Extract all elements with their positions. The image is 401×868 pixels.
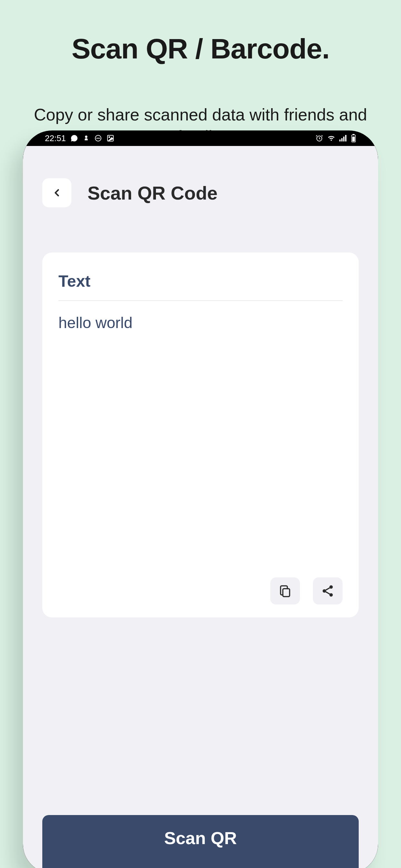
phone-frame: 22:51 — [23, 130, 378, 868]
wifi-icon — [327, 135, 335, 142]
svg-rect-13 — [283, 589, 289, 597]
svg-point-14 — [329, 585, 333, 589]
svg-point-4 — [109, 136, 110, 137]
svg-rect-7 — [341, 138, 343, 142]
svg-point-16 — [329, 593, 333, 597]
scan-qr-button-label: Scan QR — [164, 828, 237, 848]
card-actions — [270, 578, 343, 604]
result-card: Text hello world — [42, 252, 359, 617]
share-icon — [321, 584, 335, 598]
svg-line-18 — [326, 592, 330, 594]
svg-rect-11 — [352, 134, 354, 135]
result-content: hello world — [58, 314, 343, 332]
svg-rect-8 — [343, 136, 344, 142]
whatsapp-icon — [70, 134, 78, 142]
copy-button[interactable] — [270, 578, 300, 604]
svg-point-0 — [85, 135, 87, 138]
phone-screen: 22:51 — [23, 130, 378, 868]
alarm-icon — [315, 134, 323, 142]
svg-rect-9 — [345, 135, 346, 142]
image-icon — [106, 134, 114, 142]
svg-rect-6 — [339, 140, 341, 142]
status-bar-left: 22:51 — [45, 133, 114, 144]
signal-icon — [339, 135, 347, 142]
status-bar: 22:51 — [23, 130, 378, 146]
app-header: Scan QR Code — [23, 146, 378, 220]
chevron-left-icon — [51, 187, 63, 198]
app-notification-icon — [83, 135, 90, 142]
copy-icon — [278, 584, 292, 598]
scan-qr-button[interactable]: Scan QR — [42, 815, 359, 868]
back-button[interactable] — [42, 178, 71, 207]
status-time: 22:51 — [45, 133, 66, 144]
result-type-label: Text — [58, 272, 343, 301]
status-bar-right — [315, 134, 356, 143]
page-title: Scan QR Code — [88, 182, 218, 204]
battery-icon — [351, 134, 356, 143]
svg-point-15 — [322, 589, 326, 593]
promo-title: Scan QR / Barcode. — [0, 32, 401, 65]
svg-rect-12 — [352, 136, 355, 142]
share-button[interactable] — [313, 578, 343, 604]
svg-line-17 — [326, 588, 330, 590]
do-not-disturb-icon — [94, 134, 102, 142]
